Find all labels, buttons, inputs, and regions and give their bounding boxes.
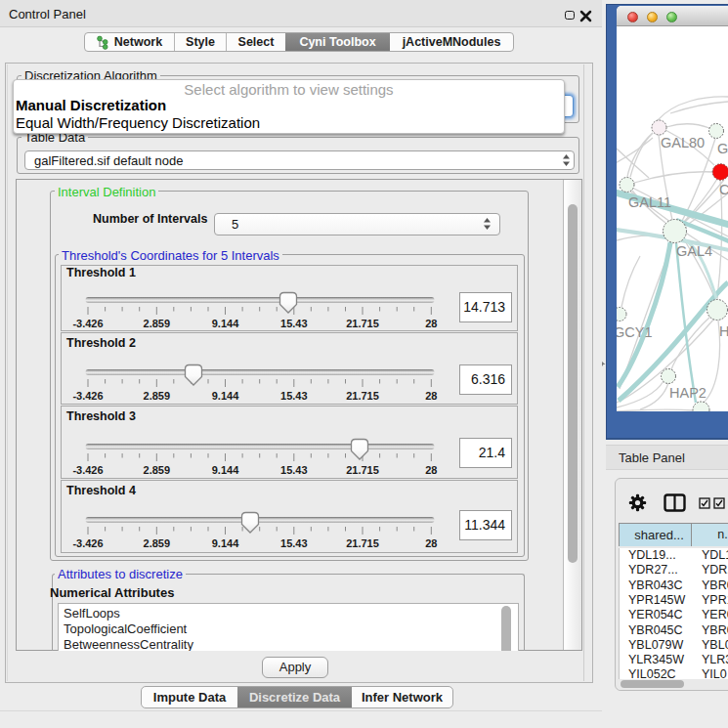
svg-text:15.43: 15.43 xyxy=(280,464,308,476)
svg-text:21.715: 21.715 xyxy=(346,390,379,402)
svg-text:28: 28 xyxy=(425,537,437,549)
svg-text:HAP2: HAP2 xyxy=(669,385,707,401)
svg-text:9.144: 9.144 xyxy=(212,537,239,549)
svg-text:2.859: 2.859 xyxy=(144,464,171,476)
svg-text:H: H xyxy=(719,323,728,339)
svg-text:28: 28 xyxy=(425,464,437,476)
svg-text:C: C xyxy=(719,182,728,197)
svg-text:GAL11: GAL11 xyxy=(628,194,671,210)
svg-text:-3.426: -3.426 xyxy=(72,318,103,329)
svg-text:9.144: 9.144 xyxy=(212,390,239,402)
svg-text:21.715: 21.715 xyxy=(346,537,379,549)
svg-text:-3.426: -3.426 xyxy=(72,537,103,549)
svg-text:GCY1: GCY1 xyxy=(617,324,653,340)
svg-text:-3.426: -3.426 xyxy=(72,390,103,402)
svg-text:21.715: 21.715 xyxy=(346,464,379,476)
svg-text:GAL4: GAL4 xyxy=(676,243,712,259)
svg-text:GAL80: GAL80 xyxy=(661,135,705,150)
svg-text:9.144: 9.144 xyxy=(212,318,239,329)
svg-text:15.43: 15.43 xyxy=(280,318,308,329)
svg-text:21.715: 21.715 xyxy=(346,318,379,329)
svg-text:GA: GA xyxy=(717,141,728,156)
svg-text:28: 28 xyxy=(425,390,437,402)
svg-text:9.144: 9.144 xyxy=(212,464,239,476)
svg-text:15.43: 15.43 xyxy=(280,390,308,402)
svg-text:28: 28 xyxy=(425,318,437,329)
svg-text:-3.426: -3.426 xyxy=(72,464,103,476)
svg-text:15.43: 15.43 xyxy=(280,537,308,549)
svg-text:2.859: 2.859 xyxy=(144,537,171,549)
svg-text:2.859: 2.859 xyxy=(144,390,171,402)
svg-text:2.859: 2.859 xyxy=(144,318,171,329)
